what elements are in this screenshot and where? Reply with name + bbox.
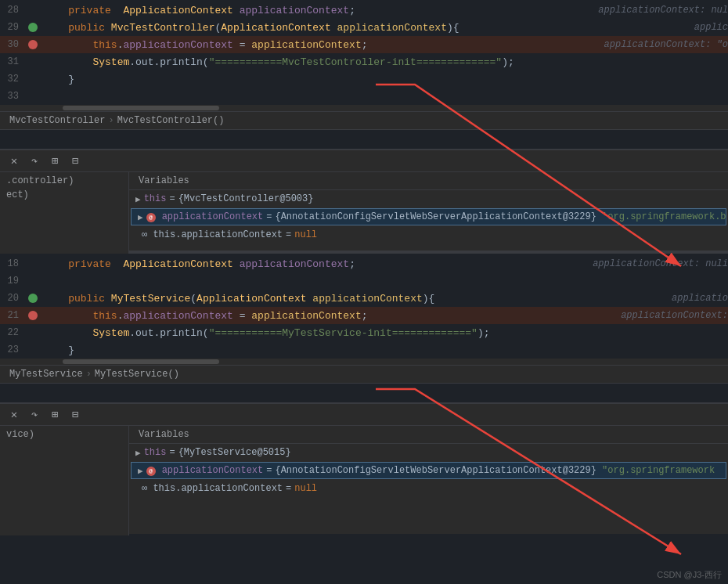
line-hint-20: applicatio xyxy=(672,293,728,304)
code-line-21: 21 this.applicationContext = application… xyxy=(0,307,728,324)
code-line-29: 29 public MvcTestController(ApplicationC… xyxy=(0,19,728,36)
bottom-var-appctx-eq: = xyxy=(266,465,272,476)
line-content-23: } xyxy=(41,344,728,356)
bottom-code-scrollbar[interactable] xyxy=(0,359,728,365)
line-number-20: 20 xyxy=(0,293,25,304)
code-line-20: 20 public MyTestService(ApplicationConte… xyxy=(0,290,728,307)
breakpoint-green-29[interactable] xyxy=(28,23,38,32)
bottom-service-label: vice) xyxy=(6,429,122,440)
bottom-debug-area: ✕ ↷ ⊞ ⊟ vice) Variables ▶ this = {MyTest… xyxy=(0,402,728,534)
line-number-28: 28 xyxy=(0,5,25,16)
bottom-var-appctx-icon: @ xyxy=(146,465,159,476)
bottom-var-appctx-val: {AnnotationConfigServletWebServerApplica… xyxy=(275,465,596,476)
bottom-var-this-appctx-label: ∞ this.applicationContext xyxy=(142,483,283,494)
bottom-debug-step-over-btn[interactable]: ↷ xyxy=(27,407,42,423)
bottom-breadcrumb-sep: › xyxy=(86,369,92,380)
top-debug-area: ✕ ↷ ⊞ ⊟ .controller) ect) Variables ▶ th… xyxy=(0,149,728,251)
top-variables-panel: Variables ▶ this = {MvcTestController@50… xyxy=(129,172,728,254)
bottom-var-this[interactable]: ▶ this = {MyTestService@5015} xyxy=(129,444,728,461)
line-hint-28: applicationContext: nul xyxy=(598,5,728,16)
line-hint-29: applic xyxy=(694,22,728,33)
line-number-32: 32 xyxy=(0,74,25,85)
top-var-appctx[interactable]: ▶ @ applicationContext = {AnnotationConf… xyxy=(131,208,726,225)
bottom-var-this-appctx-val: null xyxy=(294,483,317,494)
bottom-debug-stop-btn[interactable]: ✕ xyxy=(6,407,22,423)
top-var-appctx-suffix: 'org.springframework.b xyxy=(596,211,726,222)
gutter-30 xyxy=(25,40,41,49)
top-var-this[interactable]: ▶ this = {MvcTestController@5003} xyxy=(129,190,728,207)
code-line-31: 31 System.out.println("===========MvcTes… xyxy=(0,53,728,70)
watermark: CSDN @J3-西行 xyxy=(657,569,722,581)
bottom-debug-expand-btn[interactable]: ⊟ xyxy=(67,407,83,423)
line-hint-30: applicationContext: "o xyxy=(604,39,728,50)
bottom-var-this-arrow: ▶ xyxy=(135,448,141,458)
top-var-appctx-val: {AnnotationConfigServletWebServerApplica… xyxy=(275,211,596,222)
top-var-appctx-name: applicationContext xyxy=(162,211,264,222)
top-var-this-appctx-label: ∞ this.applicationContext xyxy=(142,229,283,240)
code-line-32: 32 } xyxy=(0,70,728,88)
breakpoint-green-20[interactable] xyxy=(28,294,38,303)
bottom-breadcrumb: MyTestService › MyTestService() xyxy=(0,365,728,384)
top-debug-left-panel: .controller) ect) xyxy=(0,172,129,254)
top-var-this-eq: = xyxy=(169,193,175,204)
top-breadcrumb: MvcTestController › MvcTestController() xyxy=(0,111,728,130)
top-breadcrumb-method: MvcTestController() xyxy=(117,115,225,126)
top-var-appctx-arrow: ▶ xyxy=(138,212,143,222)
gutter-20 xyxy=(25,294,41,303)
code-line-22: 22 System.out.println("===========MyTest… xyxy=(0,324,728,341)
line-content-22: System.out.println("===========MyTestSer… xyxy=(41,327,728,339)
bottom-code-panel: 18 private ApplicationContext applicatio… xyxy=(0,254,728,402)
code-line-33: 33 xyxy=(0,88,728,105)
top-var-this-val: {MvcTestController@5003} xyxy=(178,193,314,204)
code-line-19: 19 xyxy=(0,272,728,290)
line-number-33: 33 xyxy=(0,91,25,102)
line-content-31: System.out.println("===========MvcTestCo… xyxy=(41,56,728,68)
line-number-19: 19 xyxy=(0,276,25,287)
code-line-18: 18 private ApplicationContext applicatio… xyxy=(0,255,728,272)
line-number-29: 29 xyxy=(0,22,25,33)
top-var-this-appctx-eq: = xyxy=(286,229,291,240)
bottom-var-appctx-arrow: ▶ xyxy=(138,466,143,476)
top-breadcrumb-class: MvcTestController xyxy=(9,115,105,126)
bottom-variables-header: Variables xyxy=(129,426,728,444)
line-content-29: public MvcTestController(ApplicationCont… xyxy=(41,22,682,34)
top-breadcrumb-sep: › xyxy=(108,115,114,126)
bottom-debug-toolbar: ✕ ↷ ⊞ ⊟ xyxy=(0,404,728,426)
line-hint-21: applicationContext: xyxy=(621,310,728,321)
line-content-21: this.applicationContext = applicationCon… xyxy=(41,310,608,322)
breakpoint-red-30[interactable] xyxy=(28,40,38,49)
code-line-28: 28 private ApplicationContext applicatio… xyxy=(0,2,728,19)
line-number-31: 31 xyxy=(0,56,25,67)
line-number-21: 21 xyxy=(0,310,25,321)
line-number-18: 18 xyxy=(0,258,25,269)
bottom-breadcrumb-method: MyTestService() xyxy=(95,369,179,380)
debug-expand-btn[interactable]: ⊟ xyxy=(67,153,83,169)
bottom-var-this-appctx-eq: = xyxy=(286,483,291,494)
top-var-this-appctx-val: null xyxy=(294,229,317,240)
bottom-var-this-appctx[interactable]: ∞ this.applicationContext = null xyxy=(129,480,728,497)
bottom-var-this-name: this xyxy=(144,447,167,458)
bottom-debug-table-btn[interactable]: ⊞ xyxy=(47,407,63,423)
top-var-this-arrow: ▶ xyxy=(135,194,141,204)
bottom-code-scrollbar-thumb[interactable] xyxy=(63,359,219,364)
gutter-21 xyxy=(25,311,41,320)
line-content-32: } xyxy=(41,74,728,85)
code-line-30: 30 this.applicationContext = application… xyxy=(0,36,728,53)
top-debug-toolbar: ✕ ↷ ⊞ ⊟ xyxy=(0,150,728,172)
top-var-appctx-icon: @ xyxy=(146,211,159,222)
debug-table-btn[interactable]: ⊞ xyxy=(47,153,63,169)
gutter-29 xyxy=(25,23,41,32)
line-number-30: 30 xyxy=(0,39,25,50)
bottom-breadcrumb-class: MyTestService xyxy=(9,369,83,380)
line-number-22: 22 xyxy=(0,327,25,338)
line-content-30: this.applicationContext = applicationCon… xyxy=(41,39,592,51)
top-var-this-appctx[interactable]: ∞ this.applicationContext = null xyxy=(129,226,728,243)
line-content-20: public MyTestService(ApplicationContext … xyxy=(41,293,659,305)
debug-stop-btn[interactable]: ✕ xyxy=(6,153,22,169)
breakpoint-red-21[interactable] xyxy=(28,311,38,320)
top-code-scrollbar-thumb[interactable] xyxy=(63,106,219,110)
debug-step-over-btn[interactable]: ↷ xyxy=(27,153,42,169)
line-content-28: private ApplicationContext applicationCo… xyxy=(41,5,586,16)
top-code-scrollbar[interactable] xyxy=(0,105,728,111)
bottom-var-appctx[interactable]: ▶ @ applicationContext = {AnnotationConf… xyxy=(131,462,726,479)
